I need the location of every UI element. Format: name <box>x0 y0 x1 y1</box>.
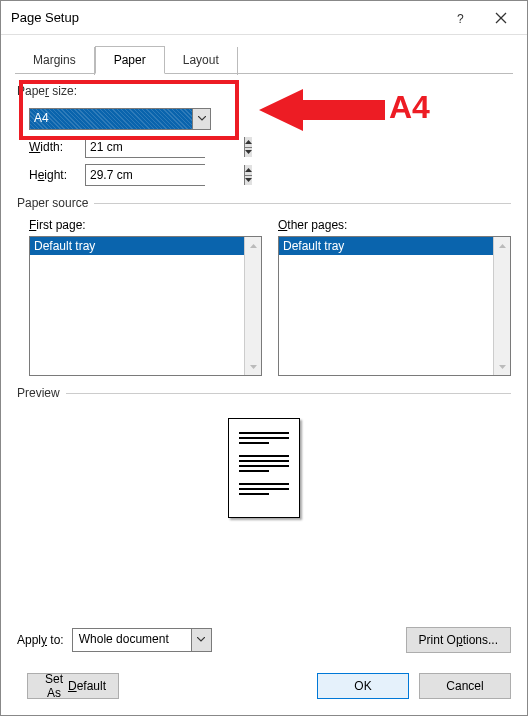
height-input[interactable] <box>86 165 244 185</box>
preview-group: Preview <box>17 386 511 538</box>
set-as-default-button[interactable]: Set As Default <box>27 673 119 699</box>
first-page-listbox[interactable]: Default tray <box>29 236 262 376</box>
paper-size-legend: Paper size: <box>17 84 77 98</box>
other-pages-label: Other pages: <box>278 218 511 232</box>
close-icon <box>495 12 507 24</box>
width-spinner[interactable] <box>85 136 205 158</box>
width-spin-up[interactable] <box>245 137 252 148</box>
svg-marker-10 <box>499 244 506 248</box>
paper-size-dropdown-button[interactable] <box>192 109 210 129</box>
paper-size-value: A4 <box>30 109 192 129</box>
height-spin-down[interactable] <box>245 176 252 186</box>
width-input[interactable] <box>86 137 244 157</box>
scrollbar[interactable] <box>493 237 510 375</box>
scrollbar[interactable] <box>244 237 261 375</box>
svg-marker-8 <box>250 244 257 248</box>
tab-underline <box>15 73 513 74</box>
scroll-down[interactable] <box>245 358 261 375</box>
height-spinner[interactable] <box>85 164 205 186</box>
svg-text:?: ? <box>457 12 464 26</box>
apply-to-value: Whole document <box>73 629 191 651</box>
tab-margins[interactable]: Margins <box>15 47 95 75</box>
ok-button[interactable]: OK <box>317 673 409 699</box>
svg-marker-7 <box>245 178 252 182</box>
help-icon: ? <box>455 10 467 26</box>
dialog-footer: Apply to: Whole document Print Options..… <box>1 619 527 715</box>
first-page-label: First page: <box>29 218 262 232</box>
other-pages-listbox[interactable]: Default tray <box>278 236 511 376</box>
divider <box>94 203 511 204</box>
list-item[interactable]: Default tray <box>279 237 493 255</box>
scroll-up[interactable] <box>494 237 510 254</box>
cancel-button[interactable]: Cancel <box>419 673 511 699</box>
other-pages-column: Other pages: Default tray <box>278 218 511 376</box>
caret-down-icon <box>250 365 257 369</box>
apply-to-dropdown-button[interactable] <box>191 629 211 651</box>
svg-marker-4 <box>245 140 252 144</box>
tab-bar: Margins Paper Layout <box>1 35 527 73</box>
titlebar: Page Setup ? <box>1 1 527 35</box>
close-button[interactable] <box>481 3 521 33</box>
tab-paper[interactable]: Paper <box>95 46 165 74</box>
first-page-column: First page: Default tray <box>29 218 262 376</box>
caret-up-icon <box>245 140 252 144</box>
paper-size-dropdown[interactable]: A4 <box>29 108 211 130</box>
height-spin-up[interactable] <box>245 165 252 176</box>
page-setup-dialog: Page Setup ? Margins Paper Layout A4 Pap… <box>0 0 528 716</box>
caret-up-icon <box>245 168 252 172</box>
page-preview-thumbnail <box>228 418 300 518</box>
preview-legend: Preview <box>17 386 66 400</box>
caret-down-icon <box>245 150 252 154</box>
svg-marker-9 <box>250 365 257 369</box>
svg-marker-5 <box>245 150 252 154</box>
tab-layout[interactable]: Layout <box>165 47 238 75</box>
chevron-down-icon <box>197 637 205 643</box>
caret-up-icon <box>499 244 506 248</box>
content-area: Paper size: A4 Width: <box>1 74 527 558</box>
apply-to-dropdown[interactable]: Whole document <box>72 628 212 652</box>
divider <box>66 393 511 394</box>
caret-down-icon <box>245 178 252 182</box>
svg-marker-6 <box>245 168 252 172</box>
list-item[interactable]: Default tray <box>30 237 244 255</box>
caret-up-icon <box>250 244 257 248</box>
svg-marker-11 <box>499 365 506 369</box>
chevron-down-icon <box>198 116 206 122</box>
paper-source-group: Paper source First page: Default tray <box>17 196 511 376</box>
help-button[interactable]: ? <box>441 3 481 33</box>
width-spin-down[interactable] <box>245 148 252 158</box>
width-label: Width: <box>29 140 85 154</box>
height-label: Height: <box>29 168 85 182</box>
paper-source-legend: Paper source <box>17 196 94 210</box>
caret-down-icon <box>499 365 506 369</box>
apply-to-label: Apply to: <box>17 633 64 647</box>
print-options-button[interactable]: Print Options... <box>406 627 511 653</box>
scroll-down[interactable] <box>494 358 510 375</box>
paper-size-group: Paper size: A4 Width: <box>17 84 511 186</box>
dialog-title: Page Setup <box>11 10 441 25</box>
scroll-up[interactable] <box>245 237 261 254</box>
